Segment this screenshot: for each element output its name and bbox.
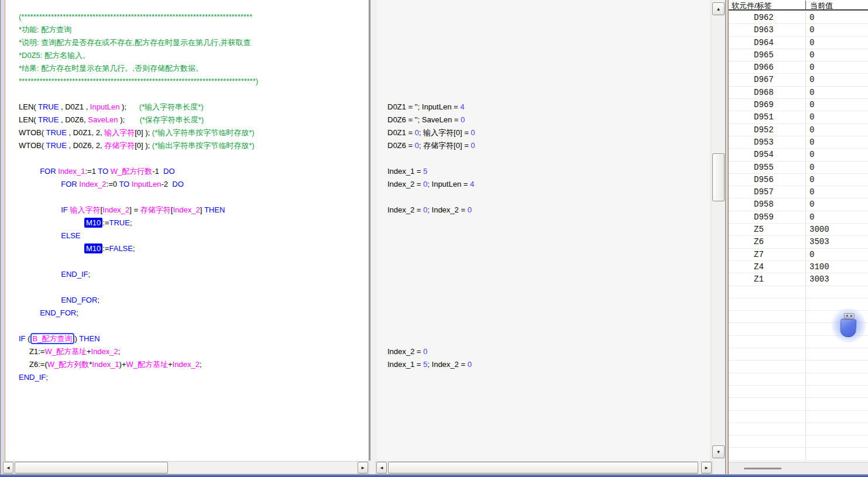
device-name: D951: [729, 111, 774, 123]
code-horizontal-scrollbar[interactable]: ◄ ►: [2, 461, 369, 474]
token-p: ; 输入字符[0] =: [419, 128, 471, 137]
code-line[interactable]: LEN( TRUE , D0Z1 , InputLen ); (*输入字符串长度…: [19, 101, 369, 114]
code-line[interactable]: FOR Index_2:=0 TO InputLen-2 DO: [19, 178, 369, 191]
code-line[interactable]: END_IF;: [19, 371, 369, 384]
watch-row-empty[interactable]: [729, 448, 868, 460]
token-k: END_IF: [61, 270, 88, 279]
horizontal-splitter-handle[interactable]: [744, 468, 781, 469]
device-name: D957: [729, 186, 774, 198]
watch-row[interactable]: Z63503: [729, 236, 868, 248]
token-c: (***************************************…: [19, 12, 252, 21]
monitor-horizontal-scrollbar[interactable]: ◄ ►: [375, 461, 713, 474]
watch-row[interactable]: D9570: [729, 186, 868, 198]
code-line[interactable]: M10:=FALSE;: [19, 242, 369, 255]
code-line[interactable]: *功能: 配方查询: [19, 23, 369, 36]
watch-row[interactable]: D9520: [729, 124, 868, 136]
code-line[interactable]: [19, 152, 369, 165]
code-line[interactable]: ELSE: [19, 229, 369, 242]
watch-row[interactable]: D9580: [729, 198, 868, 211]
monitor-line: [387, 152, 711, 165]
watch-table-header[interactable]: 软元件/标签 当前值: [729, 0, 868, 11]
code-line[interactable]: END_FOR;: [19, 294, 369, 307]
monitor-line: [387, 307, 711, 320]
monitor-scroll-left-button[interactable]: ◄: [376, 462, 387, 473]
watch-row[interactable]: D9530: [729, 136, 868, 149]
code-line[interactable]: IF 输入字符[Index_2] = 存储字符[Index_2] THEN: [19, 204, 369, 217]
code-horizontal-scroll-thumb[interactable]: [15, 462, 168, 473]
scroll-up-button[interactable]: ▲: [712, 2, 725, 15]
watch-row[interactable]: Z70: [729, 249, 868, 261]
code-line[interactable]: [19, 255, 369, 268]
token-l: 输入字符: [104, 128, 135, 137]
code-line[interactable]: ****************************************…: [19, 75, 369, 88]
code-line[interactable]: [19, 281, 369, 294]
watch-row[interactable]: Z43100: [729, 261, 868, 273]
device-name: D962: [729, 12, 774, 23]
code-editor-pane[interactable]: (***************************************…: [6, 0, 369, 461]
watch-row[interactable]: Z53000: [729, 224, 868, 236]
watch-row-empty[interactable]: [729, 361, 868, 373]
code-line[interactable]: [19, 88, 369, 101]
code-line[interactable]: Z6:=(W_配方列数*Index_1)+W_配方基址+Index_2;: [19, 358, 369, 371]
watch-row-empty[interactable]: [729, 386, 868, 398]
monitor-line: [387, 75, 711, 88]
code-line[interactable]: WTOB( TRUE , D0Z6, 2, 存储字符[0] ); (*输出字符串…: [19, 139, 369, 152]
token-k: FALSE: [109, 244, 132, 253]
code-line[interactable]: *结果: 配方存在时显示在第几行。,否则存储配方数据。: [19, 62, 369, 75]
watch-row[interactable]: D9620: [729, 12, 868, 24]
token-p: ;: [200, 360, 202, 369]
watch-row[interactable]: D9590: [729, 211, 868, 224]
token-p: [19, 180, 61, 188]
code-line[interactable]: WTOB( TRUE , D0Z1, 2, 输入字符[0] ); (*输入字符串…: [19, 126, 369, 139]
watch-row-empty[interactable]: [729, 373, 868, 386]
code-line[interactable]: M10:=TRUE;: [19, 217, 369, 229]
code-line[interactable]: END_FOR;: [19, 307, 369, 320]
watch-row[interactable]: D9540: [729, 149, 868, 161]
scroll-down-button[interactable]: ▼: [712, 445, 725, 458]
code-line[interactable]: FOR Index_1:=1 TO W_配方行数-1 DO: [19, 165, 369, 178]
code-line[interactable]: END_IF;: [19, 268, 369, 281]
code-line[interactable]: (***************************************…: [19, 11, 369, 23]
token-p: ; Index_2 =: [427, 360, 467, 369]
code-scroll-left-button[interactable]: ◄: [3, 462, 13, 473]
watch-row[interactable]: D9640: [729, 37, 868, 49]
code-line[interactable]: IF (B_配方查询) THEN: [19, 332, 369, 345]
watch-row[interactable]: D9660: [729, 61, 868, 74]
watch-row-empty[interactable]: [729, 435, 868, 448]
watch-row[interactable]: D9670: [729, 74, 868, 86]
monitor-line: [387, 294, 711, 307]
monitor-vertical-scrollbar[interactable]: ▲ ▼: [711, 0, 725, 461]
watch-row[interactable]: D9550: [729, 162, 868, 174]
code-line[interactable]: *说明: 查询配方是否存在或不存在,配方存在时显示在第几行,并获取查: [19, 36, 369, 49]
code-line[interactable]: Z1:=W_配方基址+Index_2;: [19, 345, 369, 358]
watch-row[interactable]: D9650: [729, 49, 868, 61]
code-scroll-right-button[interactable]: ►: [358, 462, 368, 473]
token-v: 4: [460, 102, 464, 111]
vertical-scroll-thumb[interactable]: [712, 153, 725, 201]
monitor-value-pane[interactable]: D0Z1 = ''; InputLen = 4D0Z6 = ''; SaveLe…: [377, 0, 711, 461]
header-column-divider[interactable]: [805, 1, 806, 10]
token-p: Index_2 =: [387, 205, 423, 214]
monitor-scroll-right-button[interactable]: ►: [701, 462, 712, 473]
code-line[interactable]: *D0Z5: 配方名输入。: [19, 49, 369, 62]
watch-row[interactable]: D9680: [729, 87, 868, 99]
watch-row-empty[interactable]: [729, 398, 868, 410]
device-name: D956: [729, 174, 774, 186]
watch-row[interactable]: D9560: [729, 174, 868, 186]
device-name: D963: [729, 24, 774, 36]
watch-row-empty[interactable]: [729, 423, 868, 435]
code-line[interactable]: [19, 320, 369, 332]
watch-row[interactable]: D9690: [729, 99, 868, 111]
usb-plug-icon: [840, 313, 857, 337]
watch-row[interactable]: Z13003: [729, 273, 868, 286]
watch-row[interactable]: D9510: [729, 111, 868, 123]
monitor-horizontal-scroll-thumb[interactable]: [388, 462, 698, 473]
watch-row-empty[interactable]: [729, 286, 868, 298]
code-line[interactable]: [19, 191, 369, 204]
watch-row-empty[interactable]: [729, 348, 868, 361]
code-line[interactable]: LEN( TRUE , D0Z6, SaveLen ); (*保存字符串长度*): [19, 114, 369, 126]
monitor-bit-on-highlight: M10: [84, 243, 102, 253]
pane-splitter-left[interactable]: [369, 0, 370, 461]
watch-row[interactable]: D9630: [729, 24, 868, 36]
watch-row-empty[interactable]: [729, 411, 868, 423]
